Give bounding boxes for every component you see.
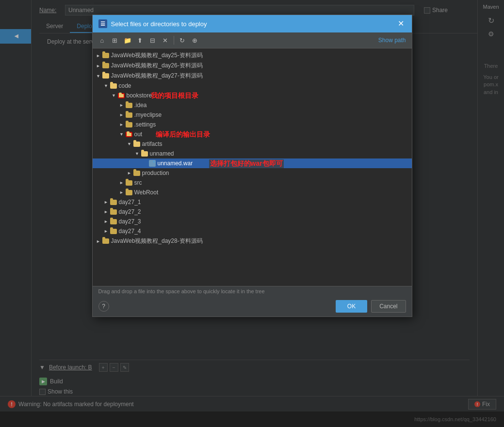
dialog-app-icon: ☰	[98, 19, 107, 28]
help-button[interactable]: ?	[98, 301, 109, 312]
tree-item-day27-1[interactable]: day27_1	[93, 197, 412, 207]
arrow-day27-4	[102, 227, 110, 235]
folder-open-icon-unnamed	[141, 151, 148, 157]
copy-toolbar-btn[interactable]: ⊕	[189, 34, 201, 46]
ide-background: ▶ Name: Share Server Deployment Logs	[0, 0, 504, 427]
tree-item-artifacts[interactable]: artifacts	[93, 139, 412, 149]
tree-item-javaweb27[interactable]: JavaWeb视频教程_day27-资料源码	[93, 71, 412, 81]
label-out: out	[134, 131, 143, 138]
war-file-icon	[149, 160, 156, 167]
folder-icon-settings	[126, 122, 132, 127]
tree-item-code[interactable]: code	[93, 81, 412, 91]
arrow-day27-3	[102, 218, 110, 225]
label-src: src	[134, 179, 142, 186]
arrow-myeclipse	[118, 111, 126, 119]
folder-open-icon-artifacts	[133, 142, 140, 147]
tree-item-src[interactable]: src	[93, 178, 412, 188]
action-buttons: OK Cancel	[336, 300, 406, 313]
label-javaweb26: JavaWeb视频教程_day26-资料源码	[111, 62, 203, 70]
tree-item-day27-3[interactable]: day27_3	[93, 217, 412, 226]
out-container: out 编译后的输出目录	[93, 129, 412, 139]
tree-item-javaweb28[interactable]: JavaWeb视频教程_day28-资料源码	[93, 236, 412, 246]
label-javaweb25: JavaWeb视频教程_day25-资料源码	[111, 51, 203, 60]
drag-drop-hint: Drag and drop a file into the space abov…	[93, 286, 412, 296]
folder-open-icon-javaweb27	[102, 73, 109, 79]
folder-icon-idea	[126, 103, 132, 108]
arrow-settings	[118, 121, 126, 128]
dialog-title-bar: ☰ Select files or directories to deploy …	[93, 15, 412, 32]
ok-button[interactable]: OK	[336, 300, 367, 313]
tree-item-javaweb25[interactable]: JavaWeb视频教程_day25-资料源码	[93, 50, 412, 61]
label-idea: .idea	[134, 102, 147, 109]
label-webroot: WebRoot	[134, 189, 159, 196]
label-production: production	[142, 170, 169, 176]
tree-item-unnamed-war[interactable]: unnamed.war	[93, 158, 412, 168]
folder-icon-production	[133, 171, 140, 176]
grid-toolbar-btn[interactable]: ⊞	[109, 34, 121, 46]
dialog-actions: ? OK Cancel	[93, 296, 412, 316]
label-javaweb27: JavaWeb视频教程_day27-资料源码	[111, 72, 203, 80]
tree-item-production[interactable]: production	[93, 168, 412, 178]
tree-item-day27-4[interactable]: day27_4	[93, 226, 412, 236]
arrow-unnamed	[133, 150, 141, 158]
folder-open-icon-bookstore	[118, 93, 125, 98]
folder-icon-javaweb28	[102, 238, 109, 244]
arrow-out	[118, 130, 126, 138]
tree-item-javaweb26[interactable]: JavaWeb视频教程_day26-资料源码	[93, 61, 412, 71]
label-day27-1: day27_1	[119, 199, 141, 206]
tree-item-myeclipse[interactable]: .myeclipse	[93, 110, 412, 120]
tree-item-idea[interactable]: .idea	[93, 100, 412, 110]
home-toolbar-btn[interactable]: ⌂	[97, 34, 108, 46]
tree-item-day27-2[interactable]: day27_2	[93, 207, 412, 217]
label-bookstore: bookstore	[127, 92, 152, 99]
tree-item-unnamed[interactable]: unnamed	[93, 149, 412, 158]
toolbar-separator	[174, 36, 174, 45]
folder-icon-myeclipse	[126, 112, 132, 118]
label-artifacts: artifacts	[142, 141, 163, 147]
folder-open-icon-code	[110, 83, 117, 89]
refresh-toolbar-btn[interactable]: ↻	[177, 34, 188, 46]
file-tree[interactable]: JavaWeb视频教程_day25-资料源码 JavaWeb视频教程_day26…	[93, 48, 412, 286]
arrow-webroot	[118, 189, 126, 196]
folder-icon-javaweb25	[102, 53, 109, 58]
arrow-idea	[118, 101, 126, 109]
tree-item-webroot[interactable]: WebRoot	[93, 188, 412, 197]
tree-item-settings[interactable]: .settings	[93, 120, 412, 129]
folder-icon-javaweb26	[102, 63, 109, 68]
dialog-toolbar: ⌂ ⊞ 📁 ⬆ ⊟ ✕ ↻ ⊕ Show path	[93, 32, 412, 48]
arrow-code	[102, 82, 110, 90]
label-unnamed-war: unnamed.war	[158, 160, 193, 167]
new-folder-toolbar-btn[interactable]: 📁	[122, 34, 133, 46]
label-settings: .settings	[134, 121, 156, 128]
cancel-button[interactable]: Cancel	[371, 300, 406, 313]
folder-icon-day27-1	[110, 200, 117, 205]
tree-item-bookstore[interactable]: bookstore	[93, 91, 412, 100]
tree-item-out[interactable]: out	[93, 129, 412, 139]
show-path-button[interactable]: Show path	[376, 36, 408, 45]
arrow-production	[126, 169, 133, 177]
label-code: code	[119, 82, 131, 89]
arrow-unnamed-war	[141, 159, 149, 167]
folder-icon-day27-2	[110, 209, 117, 215]
arrow-bookstore	[110, 92, 118, 99]
collapse-toolbar-btn[interactable]: ⊟	[147, 34, 159, 46]
label-day27-2: day27_2	[119, 208, 141, 215]
arrow-javaweb26	[95, 62, 102, 70]
delete-toolbar-btn[interactable]: ✕	[160, 34, 171, 46]
file-select-dialog: ☰ Select files or directories to deploy …	[92, 15, 412, 317]
label-javaweb28: JavaWeb视频教程_day28-资料源码	[111, 237, 203, 245]
up-toolbar-btn[interactable]: ⬆	[134, 34, 146, 46]
arrow-javaweb28	[95, 237, 102, 245]
arrow-artifacts	[126, 140, 133, 148]
label-day27-4: day27_4	[119, 228, 141, 235]
folder-open-icon-out	[126, 132, 132, 137]
arrow-day27-2	[102, 208, 110, 216]
folder-icon-src	[126, 180, 132, 186]
dialog-title: Select files or directories to deploy	[111, 20, 207, 28]
label-myeclipse: .myeclipse	[134, 111, 162, 118]
arrow-src	[118, 179, 126, 187]
dialog-title-content: ☰ Select files or directories to deploy	[98, 19, 207, 28]
label-day27-3: day27_3	[119, 218, 141, 225]
folder-icon-webroot	[126, 190, 132, 195]
dialog-close-button[interactable]: ✕	[396, 19, 406, 29]
